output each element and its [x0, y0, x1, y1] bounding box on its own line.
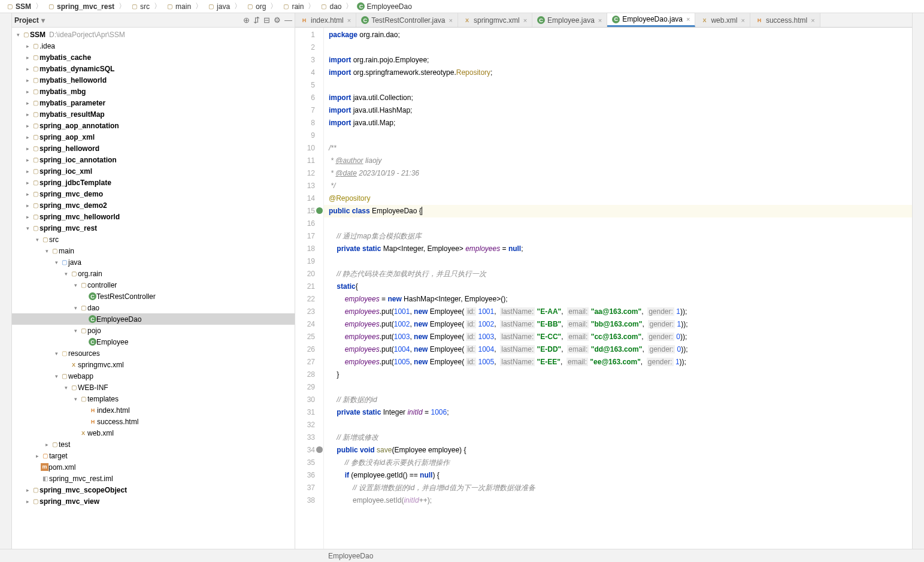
tree-arrow-icon[interactable]: ▾	[72, 305, 79, 311]
code-line[interactable]: // 新增或修改	[324, 431, 912, 444]
tree-root[interactable]: ▾ ▢ SSM D:\ideaPorject\Apr\SSM	[12, 29, 295, 40]
code-line[interactable]: public class EmployeeDao {	[324, 205, 912, 217]
tree-item[interactable]: ▾▢ resources	[12, 348, 295, 359]
code-line[interactable]: employee.setId(initId++);	[324, 494, 912, 507]
tree-item[interactable]: ▸▢ mybatis_resultMap	[12, 108, 295, 120]
editor-tab[interactable]: Xspringmvc.xml×	[458, 13, 532, 27]
tree-arrow-icon[interactable]: ▸	[24, 203, 31, 209]
tree-arrow-icon[interactable]: ▸	[24, 134, 31, 140]
close-icon[interactable]: ×	[347, 17, 351, 24]
code-line[interactable]: */	[324, 180, 912, 192]
tree-item[interactable]: X web.xml	[12, 427, 295, 439]
code-line[interactable]: }	[324, 368, 912, 381]
tree-arrow-icon[interactable]: ▾	[34, 237, 41, 243]
tree-arrow-icon[interactable]: ▸	[24, 43, 31, 49]
tree-item[interactable]: ▾▢ pojo	[12, 325, 295, 336]
tree-item[interactable]: ▸▢ spring_helloword	[12, 143, 295, 154]
code-line[interactable]: // 通过map集合模拟数据库	[324, 230, 912, 243]
expand-icon[interactable]: ⇵	[253, 16, 260, 25]
breadcrumb-item[interactable]: ▢SSM	[4, 2, 33, 11]
code-line[interactable]: private static Integer initId = 1006;	[324, 406, 912, 419]
close-icon[interactable]: ×	[811, 17, 814, 24]
tree-item[interactable]: ▾▢ templates	[12, 393, 295, 404]
tree-arrow-icon[interactable]: ▾	[72, 282, 79, 288]
tree-item[interactable]: ▾▢ org.rain	[12, 268, 295, 279]
tree-arrow-icon[interactable]: ▾	[24, 225, 31, 231]
code-line[interactable]: private static Map<Integer, Employee> em…	[324, 243, 912, 255]
close-icon[interactable]: ×	[449, 17, 453, 24]
tree-arrow-icon[interactable]: ▾	[62, 385, 69, 391]
tree-item[interactable]: C EmployeeDao	[12, 313, 295, 325]
code-line[interactable]: * @date 2023/10/19 - 21:36	[324, 167, 912, 180]
tree-arrow-icon[interactable]: ▸	[24, 89, 31, 95]
code-editor[interactable]: 1234567891011121314151617181920212223242…	[295, 28, 912, 549]
code-line[interactable]: // 参数没有id表示要执行新增操作	[324, 457, 912, 469]
code-line[interactable]: employees.put(1005, new Employee( id: 10…	[324, 356, 912, 368]
code-line[interactable]: // 设置新增数据的id，并自增id值为下一次新增数据做准备	[324, 482, 912, 494]
tree-arrow-icon[interactable]: ▸	[34, 453, 41, 459]
tree-arrow-icon[interactable]: ▸	[24, 487, 31, 493]
close-icon[interactable]: ×	[741, 17, 744, 24]
tree-arrow-icon[interactable]: ▾	[72, 328, 79, 334]
tree-arrow-icon[interactable]: ▸	[24, 498, 31, 504]
tree-arrow-icon[interactable]: ▸	[24, 146, 31, 152]
tree-item[interactable]: ▸▢ spring_mvc_demo	[12, 188, 295, 200]
project-tree[interactable]: ▾ ▢ SSM D:\ideaPorject\Apr\SSM ▸▢ .idea▸…	[12, 28, 295, 549]
code-line[interactable]: @Repository	[324, 192, 912, 205]
tree-arrow-icon[interactable]: ▸	[24, 100, 31, 106]
code-line[interactable]: package org.rain.dao;	[324, 29, 912, 41]
code-line[interactable]: employees.put(1003, new Employee( id: 10…	[324, 331, 912, 343]
tree-arrow-icon[interactable]: ▾	[72, 396, 79, 402]
tree-arrow-icon[interactable]: ▾	[53, 373, 60, 379]
tree-arrow-icon[interactable]: ▸	[24, 157, 31, 163]
code-line[interactable]: employees.put(1002, new Employee( id: 10…	[324, 318, 912, 331]
code-line[interactable]	[324, 381, 912, 394]
breadcrumb-item[interactable]: CEmployeeDao	[355, 2, 413, 11]
close-icon[interactable]: ×	[523, 17, 527, 24]
breadcrumb-item[interactable]: ▢dao	[317, 2, 343, 11]
editor-tab[interactable]: Hsuccess.html×	[750, 13, 820, 27]
tree-arrow-icon[interactable]: ▾	[53, 259, 60, 265]
editor-tab[interactable]: CEmployee.java×	[532, 13, 607, 27]
tree-item[interactable]: ▾▢ WEB-INF	[12, 382, 295, 393]
tree-item[interactable]: ◧ spring_mvc_rest.iml	[12, 473, 295, 484]
code-line[interactable]: public void save(Employee employee) {	[324, 444, 912, 457]
tree-item[interactable]: ▸▢ mybatis_dynamicSQL	[12, 63, 295, 74]
tree-arrow-icon[interactable]: ▸	[24, 77, 31, 83]
tree-item[interactable]: ▸▢ target	[12, 450, 295, 461]
close-icon[interactable]: ×	[686, 16, 690, 23]
close-icon[interactable]: ×	[598, 17, 602, 24]
code-line[interactable]: /**	[324, 142, 912, 155]
tree-item[interactable]: ▾▢ src	[12, 234, 295, 245]
settings-icon[interactable]: ⚙	[274, 16, 281, 25]
code-line[interactable]: employees = new HashMap<Integer, Employe…	[324, 293, 912, 306]
code-line[interactable]	[324, 129, 912, 142]
editor-tab[interactable]: Hindex.html×	[295, 13, 356, 27]
tree-item[interactable]: X springmvc.xml	[12, 359, 295, 370]
dropdown-icon[interactable]: ▾	[41, 16, 45, 25]
breadcrumb-item[interactable]: ▢main	[163, 2, 193, 11]
tree-item[interactable]: m pom.xml	[12, 461, 295, 473]
code-line[interactable]	[324, 79, 912, 92]
code-line[interactable]: import java.util.Map;	[324, 117, 912, 129]
tree-arrow-icon[interactable]: ▸	[24, 66, 31, 72]
tree-item[interactable]: ▸▢ mybatis_helloworld	[12, 74, 295, 86]
tree-item[interactable]: ▾▢ java	[12, 256, 295, 268]
tree-item[interactable]: ▾▢ webapp	[12, 370, 295, 382]
collapse-icon[interactable]: ⊟	[263, 16, 270, 25]
tree-item[interactable]: ▸▢ mybatis_mbg	[12, 86, 295, 97]
code-line[interactable]: import org.springframework.stereotype.Re…	[324, 67, 912, 79]
code-line[interactable]: employees.put(1001, new Employee( id: 10…	[324, 306, 912, 318]
tree-item[interactable]: ▸▢ spring_aop_xml	[12, 131, 295, 143]
tree-item[interactable]: ▸▢ spring_mvc_scopeObject	[12, 484, 295, 495]
tree-item[interactable]: ▸▢ spring_ioc_xml	[12, 165, 295, 177]
code-line[interactable]	[324, 41, 912, 54]
tree-item[interactable]: ▾▢ spring_mvc_rest	[12, 222, 295, 234]
tree-arrow-icon[interactable]: ▾	[62, 271, 69, 277]
code-content[interactable]: package org.rain.dao;import org.rain.poj…	[324, 28, 912, 549]
tree-item[interactable]: ▸▢ .idea	[12, 40, 295, 52]
code-line[interactable]: employees.put(1004, new Employee( id: 10…	[324, 343, 912, 356]
code-line[interactable]: import java.util.HashMap;	[324, 104, 912, 117]
tree-arrow-icon[interactable]: ▸	[24, 111, 31, 117]
breadcrumb-item[interactable]: ▢java	[205, 2, 232, 11]
